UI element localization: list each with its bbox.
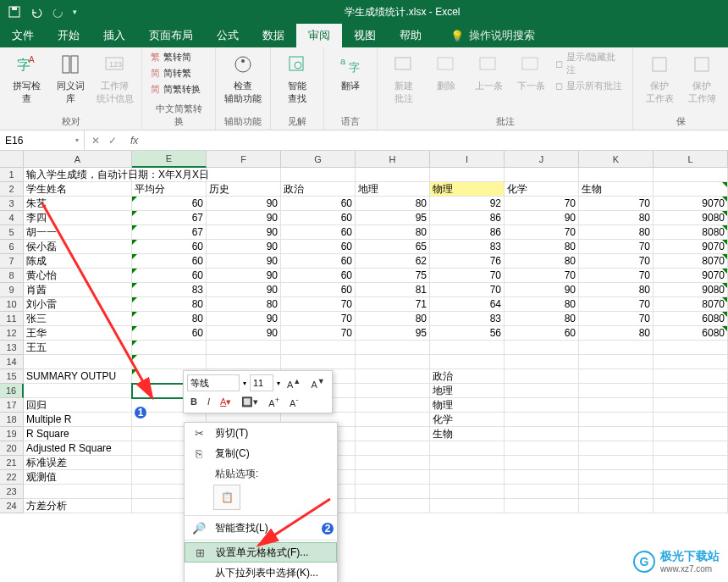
cell-L8[interactable]: 9070 xyxy=(654,269,728,283)
cell-A11[interactable]: 张三 xyxy=(24,312,132,326)
cell-I8[interactable]: 70 xyxy=(430,269,505,283)
cell-K24[interactable] xyxy=(579,499,654,513)
cell-A22[interactable]: 观测值 xyxy=(24,470,132,485)
cell-J14[interactable] xyxy=(505,355,579,369)
row-header-3[interactable]: 3 xyxy=(0,197,24,211)
row-header-13[interactable]: 13 xyxy=(0,341,24,355)
cell-H19[interactable] xyxy=(356,427,430,441)
cell-I19[interactable]: 生物 xyxy=(430,427,505,441)
cell-L21[interactable] xyxy=(654,456,728,470)
row-header-1[interactable]: 1 xyxy=(0,168,24,182)
cell-I2[interactable]: 物理 xyxy=(430,182,505,197)
cell-H11[interactable]: 80 xyxy=(356,312,430,326)
cell-J5[interactable]: 70 xyxy=(505,225,579,240)
cell-K13[interactable] xyxy=(579,341,654,355)
cell-K3[interactable]: 70 xyxy=(579,197,654,211)
cell-A16[interactable] xyxy=(24,384,132,398)
cell-G6[interactable]: 60 xyxy=(281,240,356,254)
cell-L3[interactable]: 9070 xyxy=(654,197,728,211)
cell-F8[interactable]: 90 xyxy=(207,269,281,283)
cell-J1[interactable] xyxy=(505,168,579,182)
font-color-icon[interactable]: A▾ xyxy=(217,396,234,408)
spellcheck-button[interactable]: 字A拼写检查 xyxy=(8,51,46,105)
cell-J15[interactable] xyxy=(505,369,579,384)
cell-H9[interactable]: 81 xyxy=(356,283,430,297)
cell-J24[interactable] xyxy=(505,499,579,513)
cell-I21[interactable] xyxy=(430,456,505,470)
cell-F10[interactable]: 80 xyxy=(207,297,281,312)
row-header-14[interactable]: 14 xyxy=(0,355,24,369)
cell-F9[interactable]: 90 xyxy=(207,283,281,297)
cell-G14[interactable] xyxy=(281,355,356,369)
cell-J11[interactable]: 80 xyxy=(505,312,579,326)
cell-J8[interactable]: 70 xyxy=(505,269,579,283)
cell-E13[interactable] xyxy=(132,341,207,355)
cell-I16[interactable]: 地理 xyxy=(430,384,505,398)
cell-L23[interactable] xyxy=(654,485,728,499)
cell-G12[interactable]: 70 xyxy=(281,326,356,341)
cell-G9[interactable]: 60 xyxy=(281,283,356,297)
accessibility-button[interactable]: 检查 辅助功能 xyxy=(224,51,262,105)
new-comment-button[interactable]: 新建 批注 xyxy=(386,51,422,105)
cell-I3[interactable]: 92 xyxy=(430,197,505,211)
cell-H21[interactable] xyxy=(356,456,430,470)
cell-L6[interactable]: 9070 xyxy=(654,240,728,254)
cell-L1[interactable] xyxy=(654,168,728,182)
cell-H24[interactable] xyxy=(356,499,430,513)
cell-I22[interactable] xyxy=(430,470,505,485)
cell-E4[interactable]: 67 xyxy=(132,211,207,225)
cell-K10[interactable]: 70 xyxy=(579,297,654,312)
thesaurus-button[interactable]: 同义词库 xyxy=(52,51,90,105)
cell-K2[interactable]: 生物 xyxy=(579,182,654,197)
cell-J17[interactable] xyxy=(505,398,579,413)
cell-G2[interactable]: 政治 xyxy=(281,182,356,197)
cell-F2[interactable]: 历史 xyxy=(207,182,281,197)
ctx-dropdown-select[interactable]: 从下拉列表中选择(K)... xyxy=(185,563,337,582)
cell-I1[interactable] xyxy=(430,168,505,182)
cell-L10[interactable]: 8070 xyxy=(654,297,728,312)
cell-L24[interactable] xyxy=(654,499,728,513)
cell-I20[interactable] xyxy=(430,441,505,456)
cell-I6[interactable]: 83 xyxy=(430,240,505,254)
row-header-15[interactable]: 15 xyxy=(0,369,24,384)
cell-A4[interactable]: 李四 xyxy=(24,211,132,225)
cell-F12[interactable]: 90 xyxy=(207,326,281,341)
tab-file[interactable]: 文件 xyxy=(0,24,46,47)
cell-K5[interactable]: 80 xyxy=(579,225,654,240)
col-header-L[interactable]: L xyxy=(654,151,728,168)
cell-L14[interactable] xyxy=(654,355,728,369)
cell-K17[interactable] xyxy=(579,398,654,413)
bold-icon[interactable]: B xyxy=(187,396,201,407)
cell-E10[interactable]: 80 xyxy=(132,297,207,312)
cell-I4[interactable]: 86 xyxy=(430,211,505,225)
cell-J19[interactable] xyxy=(505,427,579,441)
cell-G10[interactable]: 70 xyxy=(281,297,356,312)
cell-I24[interactable] xyxy=(430,499,505,513)
cell-K9[interactable]: 80 xyxy=(579,283,654,297)
cell-A20[interactable]: Adjusted R Square xyxy=(24,441,132,456)
col-header-K[interactable]: K xyxy=(579,151,654,168)
row-header-16[interactable]: 16 xyxy=(0,384,24,398)
undo-icon[interactable] xyxy=(29,4,44,19)
grow-icon[interactable]: A+ xyxy=(265,395,283,409)
cell-I18[interactable]: 化学 xyxy=(430,413,505,427)
cell-H23[interactable] xyxy=(356,485,430,499)
cell-A12[interactable]: 王华 xyxy=(24,326,132,341)
cell-A21[interactable]: 标准误差 xyxy=(24,456,132,470)
cell-L12[interactable]: 6080 xyxy=(654,326,728,341)
ctx-format-cells[interactable]: ⊞设置单元格格式(F)... xyxy=(185,542,337,563)
col-header-A[interactable]: A xyxy=(24,151,132,168)
cell-L16[interactable] xyxy=(654,384,728,398)
cell-F14[interactable] xyxy=(207,355,281,369)
cell-L20[interactable] xyxy=(654,441,728,456)
row-header-19[interactable]: 19 xyxy=(0,427,24,441)
cell-I9[interactable]: 70 xyxy=(430,283,505,297)
cell-F11[interactable]: 90 xyxy=(207,312,281,326)
cell-E9[interactable]: 83 xyxy=(132,283,207,297)
cell-K22[interactable] xyxy=(579,470,654,485)
cell-K19[interactable] xyxy=(579,427,654,441)
cell-F5[interactable]: 90 xyxy=(207,225,281,240)
cell-J13[interactable] xyxy=(505,341,579,355)
row-header-2[interactable]: 2 xyxy=(0,182,24,197)
cell-L7[interactable]: 8070 xyxy=(654,254,728,269)
